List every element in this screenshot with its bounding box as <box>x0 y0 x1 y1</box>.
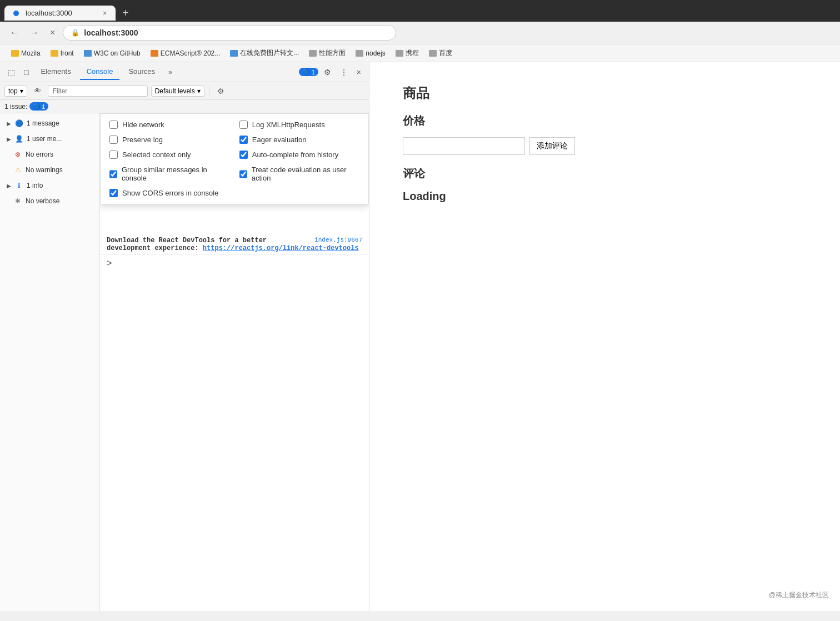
comment-input[interactable] <box>403 137 525 155</box>
tab-sources[interactable]: Sources <box>122 64 162 80</box>
tab-close-btn[interactable]: × <box>103 9 107 17</box>
bookmark-ecma[interactable]: ECMAScript® 202... <box>146 48 225 59</box>
back-btn[interactable]: ← <box>7 26 22 40</box>
toolbar-separator <box>209 86 209 96</box>
browser-tab[interactable]: localhost:3000 × <box>4 6 116 21</box>
autocomplete-label: Auto-complete from history <box>252 151 338 159</box>
issue-count-badge[interactable]: 🔵 1 <box>29 102 48 111</box>
bookmark-front[interactable]: front <box>46 48 78 59</box>
devtools-panel: ⬚ □ Elements Console Sources » 🔵 1 ⚙ ⋮ ×… <box>0 62 369 611</box>
checkbox-log-xml[interactable]: Log XMLHttpRequests <box>239 121 359 129</box>
checkbox-group-similar[interactable]: Group similar messages in console <box>109 166 226 182</box>
devtools-toggle-btn[interactable]: ⬚ <box>4 66 18 79</box>
checkbox-eager-eval[interactable]: Eager evaluation <box>239 136 359 144</box>
treat-code-label: Treat code evaluation as user action <box>252 166 359 182</box>
verbose-icon: ✱ <box>13 197 22 206</box>
devtools-more-btn[interactable]: ⋮ <box>337 66 351 79</box>
preserve-log-checkbox[interactable] <box>109 136 118 144</box>
checkbox-treat-code[interactable]: Treat code evaluation as user action <box>239 166 359 182</box>
hide-network-checkbox[interactable] <box>109 121 118 129</box>
issue-badge-icon: 🔵 <box>302 68 310 76</box>
address-bar[interactable]: 🔒 localhost:3000 <box>63 25 396 41</box>
cors-errors-checkbox[interactable] <box>109 189 118 197</box>
checkbox-hide-network[interactable]: Hide network <box>109 121 226 129</box>
forward-btn[interactable]: → <box>27 26 42 40</box>
console-log-area: index.js:9667 Download the React DevTool… <box>100 230 369 276</box>
console-body: ▶ 🔵 1 message ▶ 👤 1 user me... ⊗ No erro… <box>0 113 369 611</box>
eye-btn[interactable]: 👁 <box>31 86 44 96</box>
issue-badge[interactable]: 🔵 1 <box>299 68 318 76</box>
group-similar-checkbox[interactable] <box>109 170 117 178</box>
tab-console[interactable]: Console <box>80 64 120 80</box>
bookmark-img[interactable]: 在线免费图片转文... <box>226 47 303 59</box>
tab-elements[interactable]: Elements <box>34 64 77 80</box>
folder-icon <box>429 50 437 57</box>
comment-input-row: 添加评论 <box>403 137 807 155</box>
sidebar-item-user[interactable]: ▶ 👤 1 user me... <box>0 131 99 147</box>
badge-count: 1 <box>42 103 45 110</box>
autocomplete-checkbox[interactable] <box>239 151 248 159</box>
checkbox-autocomplete[interactable]: Auto-complete from history <box>239 151 359 159</box>
folder-icon <box>84 50 92 57</box>
level-arrow: ▾ <box>197 87 201 95</box>
user-icon: 👤 <box>14 134 23 143</box>
bookmark-ctrip[interactable]: 携程 <box>391 47 423 59</box>
context-value: top <box>8 87 18 95</box>
log-entry-react: index.js:9667 Download the React DevTool… <box>100 234 369 255</box>
sidebar-item-info[interactable]: ▶ ℹ 1 info <box>0 178 99 193</box>
folder-icon <box>356 50 363 57</box>
checkbox-cors-errors[interactable]: Show CORS errors in console <box>109 189 226 197</box>
webpage-content: 商品 价格 添加评论 评论 Loading @稀土掘金技术社区 <box>369 62 840 611</box>
arrow-icon: ▶ <box>7 183 11 189</box>
error-icon: ⊗ <box>13 150 22 159</box>
context-select[interactable]: top ▾ <box>4 86 27 97</box>
log-xml-checkbox[interactable] <box>239 121 248 129</box>
address-url: localhost:3000 <box>84 28 138 37</box>
eager-eval-checkbox[interactable] <box>239 136 248 144</box>
sidebar-item-warnings[interactable]: ⚠ No warnings <box>0 162 99 178</box>
devtools-right-icons: 🔵 1 ⚙ ⋮ × <box>299 66 364 79</box>
new-tab-btn[interactable]: + <box>118 4 133 22</box>
folder-icon <box>11 50 19 57</box>
sidebar-item-verbose[interactable]: ✱ No verbose <box>0 193 99 209</box>
cors-errors-label: Show CORS errors in console <box>122 189 218 197</box>
bookmark-nodejs[interactable]: nodejs <box>351 48 389 59</box>
devtools-settings-btn[interactable]: ⚙ <box>321 66 334 79</box>
badge-icon: 🔵 <box>33 103 41 110</box>
level-value: Default levels <box>155 87 195 95</box>
bookmark-mozila[interactable]: Mozila <box>7 48 45 59</box>
sidebar-item-errors[interactable]: ⊗ No errors <box>0 147 99 162</box>
prompt-symbol: > <box>107 258 112 268</box>
bookmark-baidu[interactable]: 百度 <box>424 47 457 59</box>
context-arrow: ▾ <box>20 87 23 95</box>
arrow-icon: ▶ <box>7 121 11 127</box>
group-similar-label: Group similar messages in console <box>122 166 226 182</box>
treat-code-checkbox[interactable] <box>239 170 247 178</box>
tab-title: localhost:3000 <box>26 9 72 17</box>
folder-icon <box>151 50 158 57</box>
bookmark-w3c[interactable]: W3C on GitHub <box>79 48 145 59</box>
bookmarks-bar: Mozila front W3C on GitHub ECMAScript® 2… <box>0 44 840 62</box>
bookmark-perf[interactable]: 性能方面 <box>304 47 350 59</box>
devtools-close-btn[interactable]: × <box>353 66 364 79</box>
level-select[interactable]: Default levels ▾ <box>151 86 204 97</box>
checkbox-selected-context[interactable]: Selected context only <box>109 151 226 159</box>
log-link[interactable]: https://reactjs.org/link/react-devtools <box>203 244 359 252</box>
eager-eval-label: Eager evaluation <box>252 136 307 144</box>
sidebar-item-message[interactable]: ▶ 🔵 1 message <box>0 116 99 131</box>
log-source[interactable]: index.js:9667 <box>314 237 362 243</box>
filter-input[interactable] <box>48 86 148 97</box>
log-prompt[interactable]: > <box>100 255 369 272</box>
console-sidebar: ▶ 🔵 1 message ▶ 👤 1 user me... ⊗ No erro… <box>0 113 100 611</box>
sidebar-message-label: 1 message <box>27 119 59 127</box>
console-gear-btn[interactable]: ⚙ <box>214 86 228 97</box>
devtools-tabbar: ⬚ □ Elements Console Sources » 🔵 1 ⚙ ⋮ × <box>0 62 369 82</box>
checkbox-preserve-log[interactable]: Preserve log <box>109 136 226 144</box>
devtools-device-btn[interactable]: □ <box>21 66 32 79</box>
dropdown-col-1: Hide network Preserve log Selected conte… <box>109 121 226 197</box>
reload-btn[interactable]: × <box>47 26 58 40</box>
more-tabs-btn[interactable]: » <box>164 66 177 78</box>
selected-context-checkbox[interactable] <box>109 151 118 159</box>
preserve-log-label: Preserve log <box>122 136 163 144</box>
add-comment-btn[interactable]: 添加评论 <box>529 137 575 155</box>
